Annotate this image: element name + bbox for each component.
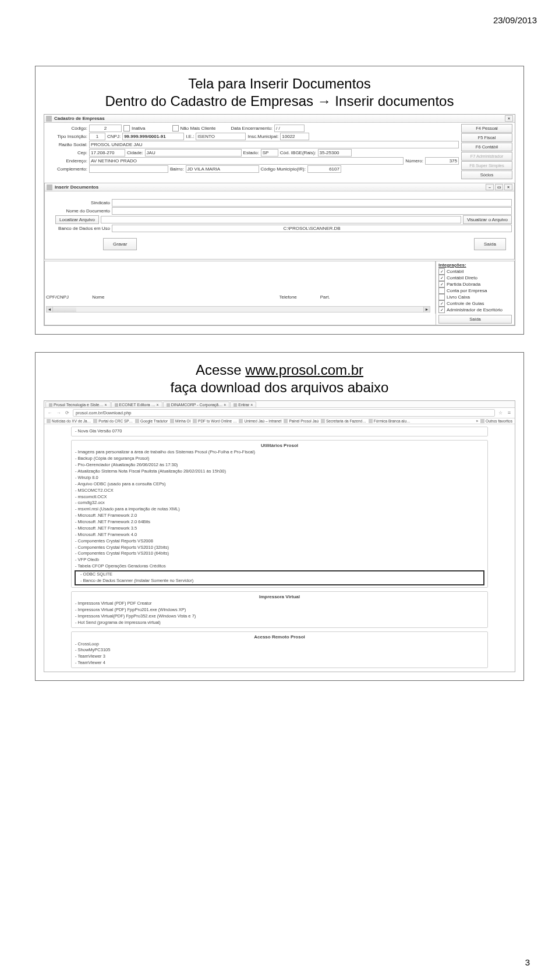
download-link[interactable]: - Microsoft .NET Framework 3.5 [72,525,487,532]
close-icon[interactable]: × [505,115,513,122]
download-link[interactable]: - Microsoft .NET Framework 4.0 [72,532,487,538]
download-link[interactable]: - TeamViewer 3 [72,654,487,660]
reload-icon[interactable]: ⟳ [64,410,70,416]
maximize-icon[interactable]: ▭ [495,184,503,190]
field-nome-doc[interactable] [112,207,512,215]
visualizar-arquivo-button[interactable]: Visualizar o Arquivo [463,215,512,224]
side-button[interactable]: F6 Contábil [461,143,512,151]
browser-tab[interactable]: DINAMCORP - Corporaçã… × [163,402,230,407]
field-cod-ibge[interactable]: 35-25300 [318,149,352,157]
side-button[interactable]: F8 Super Simples [461,161,512,170]
horizontal-scrollbar[interactable]: ◄ ► [46,306,430,313]
browser-tab[interactable]: ECONET Editora … × [111,402,162,407]
other-bookmarks[interactable]: Outros favoritos [480,419,512,423]
download-link[interactable]: - Microsoft .NET Framework 2.0 64Bits [72,519,487,525]
download-link[interactable]: - Tabela CFOP Operações Geradoras Crédit… [72,563,487,570]
star-icon[interactable]: ☆ [497,410,504,416]
url-input[interactable]: prosol.com.br/Download.php [73,409,495,417]
field-razao[interactable]: PROSOL UNIDADE JAU [89,141,459,148]
field-cod-mun-ir[interactable]: 6107 [307,165,341,173]
field-data-enc[interactable]: / / [274,125,305,132]
saida-button[interactable]: Saída [474,238,506,250]
checkbox-nao-mais-cliente[interactable] [172,125,179,132]
field-cidade[interactable]: JAU [145,149,242,157]
field-ie[interactable]: ISENTO [196,133,246,140]
download-link[interactable]: - msxml.msi (Usado para a importação de … [72,506,487,513]
download-link[interactable]: - ODBC SQLITE [77,571,482,578]
download-link[interactable]: - Nova Gta Versão 0770 [72,428,487,435]
forward-icon[interactable]: → [55,410,62,416]
download-link[interactable]: - Banco de Dados Scanner (Instalar Somen… [77,578,482,584]
bookmark-overflow[interactable]: » [476,419,478,423]
field-tipo-inscr[interactable]: 1 [89,133,105,140]
menu-icon[interactable]: ≡ [506,410,512,416]
field-arquivo-path[interactable] [101,216,461,223]
field-endereco[interactable]: AV NETINHO PRADO [89,157,404,165]
download-link[interactable]: - Impressora Virtual(PDF) FppPro352.exe … [72,613,487,620]
field-banco-uso[interactable]: C:\PROSOL\SCANNER.DB [112,225,512,232]
download-link[interactable]: - Pro-Gerenciador (Atualização 26/06/201… [72,462,487,468]
integr-checkbox[interactable] [438,294,445,300]
minimize-icon[interactable]: – [486,184,494,190]
integr-checkbox[interactable]: ✓ [438,268,445,275]
download-link[interactable]: - Imagens para personalizar a área de tr… [72,449,487,456]
field-complemento[interactable] [89,165,168,173]
scroll-thumb[interactable] [53,307,76,312]
scroll-left-icon[interactable]: ◄ [47,307,53,312]
download-link[interactable]: - Atualização Sistema Nota Fiscal Paulis… [72,468,487,475]
download-link[interactable]: - mscomctl.OCX [72,494,487,500]
bookmark-item[interactable]: Unimed Jaú – Intranet [239,419,281,423]
integr-checkbox[interactable]: ✓ [438,300,445,307]
browser-tab[interactable]: Prosol Tecnologia e Siste… × [45,402,111,407]
field-estado[interactable]: SP [261,149,278,157]
bookmark-item[interactable]: Google Tradutor [135,419,168,423]
field-sindicato[interactable] [112,199,512,207]
download-link[interactable]: - ShowMyPC3105 [72,647,487,654]
field-numero[interactable]: 375 [425,157,459,165]
bookmark-item[interactable]: Secretaria da Fazend… [321,419,366,423]
download-link[interactable]: - Componentes Crystal Reports VS2008 [72,538,487,545]
browser-tab[interactable]: Entrar × [230,402,256,407]
download-link[interactable]: - MSCOMCT2.OCX [72,488,487,494]
scroll-right-icon[interactable]: ► [423,307,430,312]
download-link[interactable]: - Componentes Crystal Reports VS2010 (32… [72,545,487,551]
side-button[interactable]: F4 Pessoal [461,124,512,133]
bookmark-item[interactable]: Painel Prosol Jaú [284,419,319,423]
checkbox-inativa[interactable] [123,125,130,132]
download-link[interactable]: - Microsoft .NET Framework 2.0 [72,513,487,519]
field-bairro[interactable]: JD VILA MARIA [186,165,259,173]
download-link[interactable]: - Arquivo ODBC (usado para a consulta CE… [72,481,487,488]
localizar-arquivo-button[interactable]: Localizar Arquivo [55,215,99,224]
integr-checkbox[interactable] [438,287,445,294]
download-link[interactable]: - Winzip 8.0 [72,475,487,481]
close-icon[interactable]: × [504,184,512,190]
integr-checkbox[interactable]: ✓ [438,307,445,313]
download-link[interactable]: - CrossLoop [72,641,487,648]
download-link[interactable]: - TeamViewer 4 [72,660,487,666]
bookmark-item[interactable]: Notícias do XV de Ja… [47,419,91,423]
field-insc-mun[interactable]: 10022 [280,133,309,140]
download-link[interactable]: - VFP Oledb [72,557,487,563]
download-link[interactable]: - Impressora Virtual (PDF) PDF Creator [72,601,487,607]
integr-checkbox[interactable]: ✓ [438,275,445,281]
bookmark-item[interactable]: Portal do CRC SP… [93,419,133,423]
integr-checkbox[interactable]: ✓ [438,281,445,287]
download-link[interactable]: - Componentes Crystal Reports VS2010 (64… [72,551,487,557]
back-icon[interactable]: ← [47,410,53,416]
slide2-title-link[interactable]: www.prosol.com.br [245,362,363,378]
bookmark-item[interactable]: PDF to Word Online … [193,419,236,423]
side-button[interactable]: F5 Fiscal [461,133,512,142]
field-codigo[interactable]: 2 [89,125,122,132]
field-cnpj[interactable]: 99.999.999/0001-91 [122,133,184,140]
integracoes-saida-button[interactable]: Saída [438,315,512,324]
bookmark-item[interactable]: Fórmica Branca alu… [369,419,411,423]
download-link[interactable]: - Impressora Virtual (PDF) FppPro201.exe… [72,607,487,613]
bookmark-item[interactable]: Minha Oi [170,419,190,423]
side-button[interactable]: F7 Administrador [461,152,512,161]
field-cep[interactable]: 17.208-270 [89,149,125,157]
side-button[interactable]: Sócios [461,171,512,179]
download-link[interactable]: - Backup (Cópia de segurança Prosol) [72,456,487,462]
download-link[interactable]: - Hot Send (programa de impressora virtu… [72,620,487,626]
download-link[interactable]: - comdlg32.ocx [72,500,487,506]
gravar-button[interactable]: Gravar [103,238,137,250]
